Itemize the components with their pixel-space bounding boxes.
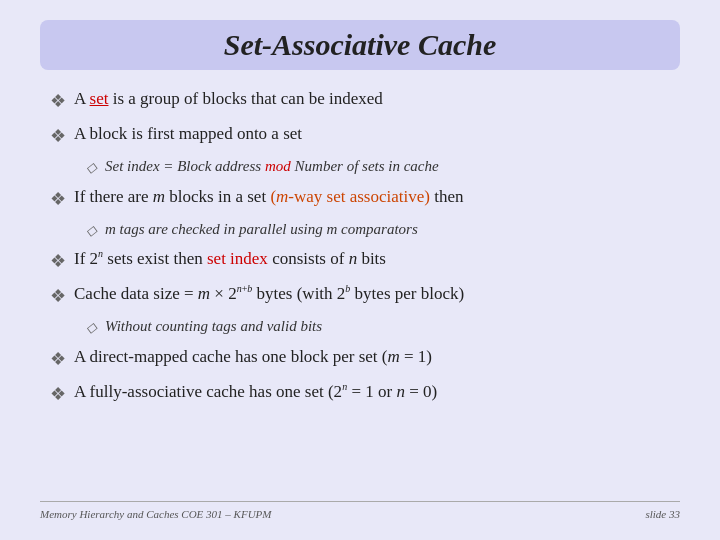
slide: Set-Associative Cache ❖ A set is a group…	[0, 0, 720, 540]
bullet-3: ❖ If there are m blocks in a set (m-way …	[50, 184, 670, 213]
bullet-7: ❖ A fully-associative cache has one set …	[50, 379, 670, 408]
title-bar: Set-Associative Cache	[40, 20, 680, 70]
bullet-2-sub-text: Set index = Block address mod Number of …	[105, 156, 439, 177]
bullet-5-text: Cache data size = m × 2n+b bytes (with 2…	[74, 281, 464, 307]
bullet-sub-diamond-5: ◇	[86, 318, 97, 338]
footer-right: slide 33	[645, 508, 680, 520]
slide-title: Set-Associative Cache	[60, 28, 660, 62]
bullet-1: ❖ A set is a group of blocks that can be…	[50, 86, 670, 115]
bullet-6: ❖ A direct-mapped cache has one block pe…	[50, 344, 670, 373]
footer: Memory Hierarchy and Caches COE 301 – KF…	[40, 501, 680, 520]
bullet-1-text: A set is a group of blocks that can be i…	[74, 86, 383, 112]
bullet-diamond-6: ❖	[50, 346, 66, 373]
footer-left: Memory Hierarchy and Caches COE 301 – KF…	[40, 508, 271, 520]
bullet-4: ❖ If 2n sets exist then set index consis…	[50, 246, 670, 275]
bullet-5-sub: ◇ Without counting tags and valid bits	[86, 316, 670, 338]
bullet-3-text: If there are m blocks in a set (m-way se…	[74, 184, 464, 210]
bullet-7-text: A fully-associative cache has one set (2…	[74, 379, 437, 405]
bullet-diamond-5: ❖	[50, 283, 66, 310]
bullet-2: ❖ A block is first mapped onto a set	[50, 121, 670, 150]
bullet-diamond-1: ❖	[50, 88, 66, 115]
bullet-2-sub: ◇ Set index = Block address mod Number o…	[86, 156, 670, 178]
bullet-5: ❖ Cache data size = m × 2n+b bytes (with…	[50, 281, 670, 310]
bullet-sub-diamond-2: ◇	[86, 158, 97, 178]
bullet-3-sub: ◇ m tags are checked in parallel using m…	[86, 219, 670, 241]
bullet-2-text: A block is first mapped onto a set	[74, 121, 302, 147]
bullet-diamond-3: ❖	[50, 186, 66, 213]
bullet-3-sub-text: m tags are checked in parallel using m c…	[105, 219, 418, 240]
bullet-4-text: If 2n sets exist then set index consists…	[74, 246, 386, 272]
content-area: ❖ A set is a group of blocks that can be…	[40, 86, 680, 501]
bullet-diamond-2: ❖	[50, 123, 66, 150]
bullet-diamond-7: ❖	[50, 381, 66, 408]
bullet-sub-diamond-3: ◇	[86, 221, 97, 241]
bullet-diamond-4: ❖	[50, 248, 66, 275]
bullet-5-sub-text: Without counting tags and valid bits	[105, 316, 322, 337]
bullet-6-text: A direct-mapped cache has one block per …	[74, 344, 432, 370]
